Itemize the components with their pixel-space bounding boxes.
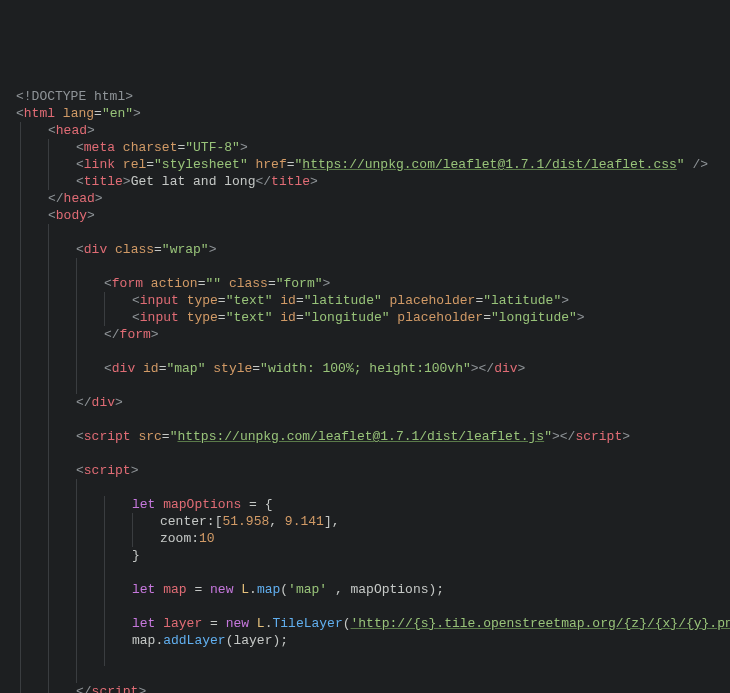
script-close: </script> (16, 683, 730, 693)
link-leaflet-css: <link rel="stylesheet" href="https://unp… (16, 156, 730, 173)
title-line: <title>Get lat and long</title> (16, 173, 730, 190)
div-wrap-close: </div> (16, 394, 730, 411)
body-open: <body> (16, 207, 730, 224)
code-editor[interactable]: <!DOCTYPE html><html lang="en"><head><me… (16, 88, 730, 693)
div-wrap-open: <div class="wrap"> (16, 241, 730, 258)
mapoptions-close: } (16, 547, 730, 564)
input-longitude: <input type="text" id="longitude" placeh… (16, 309, 730, 326)
form-open: <form action="" class="form"> (16, 275, 730, 292)
script-open: <script> (16, 462, 730, 479)
mapoptions-decl: let mapOptions = { (16, 496, 730, 513)
form-close: </form> (16, 326, 730, 343)
center-line: center:[51.958, 9.141], (16, 513, 730, 530)
addlayer: map.addLayer(layer); (16, 632, 730, 649)
doctype-line: <!DOCTYPE html> (16, 88, 730, 105)
input-latitude: <input type="text" id="latitude" placeho… (16, 292, 730, 309)
head-open: <head> (16, 122, 730, 139)
zoom-line: zoom:10 (16, 530, 730, 547)
map-new: let map = new L.map('map' , mapOptions); (16, 581, 730, 598)
meta-charset: <meta charset="UTF-8"> (16, 139, 730, 156)
map-div: <div id="map" style="width: 100%; height… (16, 360, 730, 377)
html-open: <html lang="en"> (16, 105, 730, 122)
head-close: </head> (16, 190, 730, 207)
layer-new: let layer = new L.TileLayer('http://{s}.… (16, 615, 730, 632)
script-leaflet-src: <script src="https://unpkg.com/leaflet@1… (16, 428, 730, 445)
